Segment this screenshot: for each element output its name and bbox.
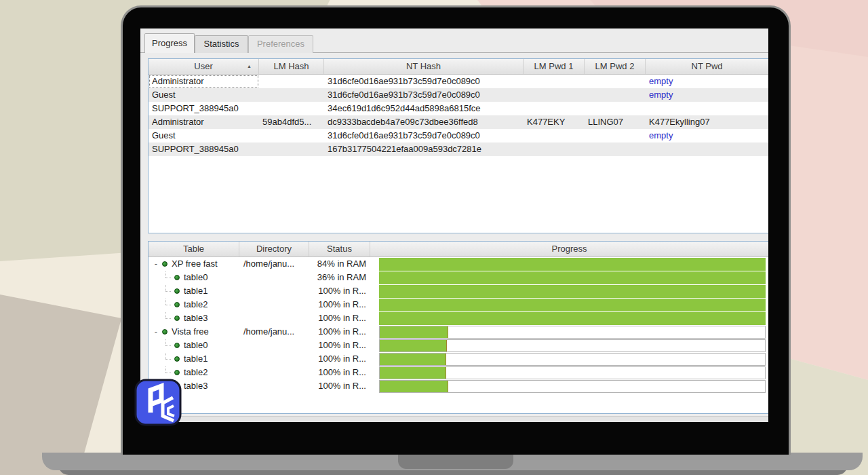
cell-directory	[239, 339, 309, 352]
tab-statistics[interactable]: Statistics	[195, 35, 248, 53]
table-row[interactable]: SUPPORT_388945a0167b3177504221efaa009a59…	[149, 142, 768, 156]
cell-table-name: table3	[149, 311, 239, 325]
cell-nt-pwd	[646, 142, 768, 156]
cell-progress	[370, 352, 768, 366]
tree-expander-icon[interactable]: -	[153, 325, 159, 339]
app-window: ProgressStatisticsPreferences User▲LM Ha…	[140, 28, 768, 422]
tab-preferences[interactable]: Preferences	[248, 35, 313, 53]
cell-user: Administrator	[149, 115, 259, 129]
cell-progress	[370, 339, 768, 352]
cell-directory	[239, 311, 309, 325]
cell-directory	[239, 271, 309, 284]
table-row[interactable]: table2100% in R...	[149, 366, 768, 379]
cell-progress	[370, 325, 768, 339]
table-name-label: XP free fast	[172, 257, 218, 271]
hash-column-header-user[interactable]: User▲	[149, 59, 259, 74]
cell-status: 100% in R...	[309, 284, 370, 298]
table-row[interactable]: Guest31d6cfe0d16ae931b73c59d7e0c089c0emp…	[149, 88, 768, 102]
progress-bar-fill	[380, 340, 447, 352]
hash-column-header-lm-pwd-1[interactable]: LM Pwd 1	[524, 59, 585, 74]
cell-nt-hash: 167b3177504221efaa009a593dc7281e	[324, 142, 524, 156]
progress-column-header-status[interactable]: Status	[309, 242, 370, 256]
progress-bar-track	[379, 380, 766, 393]
table-row[interactable]: Guest31d6cfe0d16ae931b73c59d7e0c089c0emp…	[149, 129, 768, 142]
laptop-hinge-notch	[398, 453, 513, 469]
cell-status: 100% in R...	[309, 352, 370, 366]
window-bottom-scroll-strip[interactable]	[140, 416, 768, 422]
progress-bar-fill	[380, 259, 765, 270]
hash-table[interactable]: User▲LM HashNT HashLM Pwd 1LM Pwd 2NT Pw…	[148, 58, 768, 233]
hash-table-header[interactable]: User▲LM HashNT HashLM Pwd 1LM Pwd 2NT Pw…	[149, 59, 768, 75]
hash-column-header-lm-hash[interactable]: LM Hash	[259, 59, 324, 74]
cell-nt-hash: 31d6cfe0d16ae931b73c59d7e0c089c0	[324, 129, 524, 142]
cell-lm-pwd1	[524, 88, 585, 102]
progress-table-body: -XP free fast/home/janu...84% in RAMtabl…	[149, 257, 768, 393]
cell-progress	[370, 257, 768, 271]
progress-bar-fill	[380, 367, 446, 379]
progress-column-header-table[interactable]: Table	[149, 242, 239, 256]
progress-column-header-directory[interactable]: Directory	[239, 242, 309, 256]
table-row[interactable]: table2100% in R...	[149, 298, 768, 311]
cell-lm-pwd1: K477EKY	[524, 115, 585, 129]
cell-progress	[370, 366, 768, 379]
cell-nt-pwd	[646, 102, 768, 115]
cell-nt-pwd: K477Ekylling07	[646, 115, 768, 129]
cell-lm-hash	[259, 75, 324, 88]
hash-column-header-lm-pwd-2[interactable]: LM Pwd 2	[585, 59, 646, 74]
cell-directory: /home/janu...	[239, 325, 309, 339]
cell-status: 100% in R...	[309, 298, 370, 311]
crack-progress-table[interactable]: TableDirectoryStatusProgress -XP free fa…	[148, 241, 768, 414]
table-status-dot-icon	[174, 316, 180, 321]
cell-status: 100% in R...	[309, 311, 370, 325]
cell-user: Administrator	[149, 75, 259, 88]
cell-table-name: table0	[149, 271, 239, 284]
cell-lm-hash: 59ab4dfd5...	[259, 115, 324, 129]
table-row[interactable]: table036% in RAM	[149, 271, 768, 284]
cell-progress	[370, 284, 768, 298]
cell-table-name: table0	[149, 339, 239, 352]
tab-bar: ProgressStatisticsPreferences	[140, 28, 768, 53]
tab-progress[interactable]: Progress	[144, 33, 195, 53]
cell-lm-pwd2	[585, 88, 646, 102]
cell-status: 100% in R...	[309, 339, 370, 352]
hash-column-header-nt-hash[interactable]: NT Hash	[324, 59, 524, 74]
progress-bar-track	[379, 353, 766, 366]
table-name-label: table2	[184, 298, 208, 311]
progress-bar-track	[379, 339, 766, 352]
progress-bar-track	[379, 258, 766, 271]
table-status-dot-icon	[174, 275, 180, 280]
progress-column-header-progress[interactable]: Progress	[370, 242, 768, 256]
cell-lm-pwd1	[524, 102, 585, 115]
table-row[interactable]: table1100% in R...	[149, 284, 768, 298]
table-row[interactable]: -XP free fast/home/janu...84% in RAM	[149, 257, 768, 271]
hash-column-header-nt-pwd[interactable]: NT Pwd	[646, 59, 768, 74]
cell-status: 100% in R...	[309, 379, 370, 393]
tree-expander-icon[interactable]: -	[153, 257, 159, 271]
table-row[interactable]: table3100% in R...	[149, 379, 768, 393]
table-name-label: table0	[184, 271, 208, 284]
table-row[interactable]: table1100% in R...	[149, 352, 768, 366]
cell-lm-pwd2: LLING07	[585, 115, 646, 129]
table-row[interactable]: table0100% in R...	[149, 339, 768, 352]
cell-directory	[239, 298, 309, 311]
cell-lm-hash	[259, 129, 324, 142]
progress-bar-fill	[380, 326, 448, 338]
table-status-dot-icon	[162, 329, 167, 335]
table-row[interactable]: -Vista free/home/janu...100% in R...	[149, 325, 768, 339]
progress-table-header[interactable]: TableDirectoryStatusProgress	[149, 242, 768, 257]
table-row[interactable]: Administrator59ab4dfd5...dc9333bacdeb4a7…	[149, 115, 768, 129]
table-status-dot-icon	[174, 288, 180, 294]
cell-table-name: table2	[149, 366, 239, 379]
progress-bar-fill	[380, 272, 765, 284]
cell-progress	[370, 379, 768, 393]
hash-table-body: Administrator31d6cfe0d16ae931b73c59d7e0c…	[149, 75, 768, 156]
table-row[interactable]: table3100% in R...	[149, 311, 768, 325]
cell-lm-hash	[259, 102, 324, 115]
cell-status: 84% in RAM	[309, 257, 370, 271]
table-row[interactable]: Administrator31d6cfe0d16ae931b73c59d7e0c…	[149, 75, 768, 88]
cell-status: 100% in R...	[309, 366, 370, 379]
cell-nt-pwd: empty	[646, 88, 768, 102]
table-row[interactable]: SUPPORT_388945a034ec619d1d6c952d44ad5898…	[149, 102, 768, 115]
table-status-dot-icon	[174, 343, 180, 348]
progress-bar-fill	[380, 354, 446, 365]
